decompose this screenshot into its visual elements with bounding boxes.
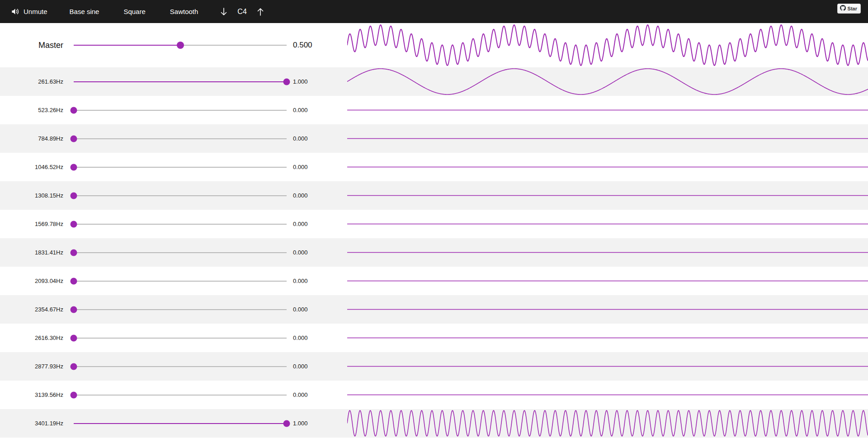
harmonic-row: 1569.78Hz0.000 xyxy=(0,210,868,238)
harmonic-row: 2877.93Hz0.000 xyxy=(0,352,868,381)
harmonic-frequency-label: 1046.52Hz xyxy=(0,164,63,170)
master-gain-value: 0.500 xyxy=(293,41,338,50)
harmonic-frequency-label: 3139.56Hz xyxy=(0,391,63,398)
arrow-up-icon xyxy=(257,7,264,16)
slider-thumb[interactable] xyxy=(71,192,77,199)
harmonic-gain-slider[interactable] xyxy=(74,107,287,114)
harmonic-frequency-label: 2093.04Hz xyxy=(0,278,63,284)
harmonic-waveform xyxy=(347,124,868,153)
arrow-down-icon xyxy=(220,7,227,16)
harmonic-gain-value: 0.000 xyxy=(293,363,338,370)
slider-track xyxy=(74,224,287,225)
slider-track xyxy=(74,309,287,310)
harmonic-gain-slider[interactable] xyxy=(74,192,287,199)
sawtooth-button[interactable]: Sawtooth xyxy=(169,5,199,18)
harmonic-row: 261.63Hz1.000 xyxy=(0,67,868,96)
slider-thumb[interactable] xyxy=(177,42,184,49)
mute-button[interactable]: Unmute xyxy=(10,5,48,19)
harmonic-gain-value: 0.000 xyxy=(293,391,338,398)
master-waveform xyxy=(347,23,868,67)
harmonic-waveform xyxy=(347,267,868,295)
harmonic-gain-slider[interactable] xyxy=(74,306,287,313)
harmonic-row: 784.89Hz0.000 xyxy=(0,124,868,153)
harmonic-frequency-label: 2354.67Hz xyxy=(0,306,63,313)
harmonic-frequency-label: 784.89Hz xyxy=(0,135,63,142)
harmonic-frequency-label: 2616.30Hz xyxy=(0,334,63,341)
octave-up-button[interactable] xyxy=(256,5,265,19)
slider-thumb[interactable] xyxy=(71,278,77,284)
harmonic-gain-value: 0.000 xyxy=(293,107,338,113)
harmonic-gain-slider[interactable] xyxy=(74,135,287,142)
slider-thumb[interactable] xyxy=(71,306,77,313)
harmonic-frequency-label: 3401.19Hz xyxy=(0,420,63,427)
harmonic-waveform xyxy=(347,181,868,210)
slider-thumb[interactable] xyxy=(71,221,77,227)
slider-track xyxy=(74,110,287,111)
harmonic-gain-slider[interactable] xyxy=(74,334,287,342)
slider-fill xyxy=(74,423,287,424)
slider-thumb[interactable] xyxy=(71,164,77,170)
harmonic-row: 1046.52Hz0.000 xyxy=(0,153,868,181)
slider-thumb[interactable] xyxy=(283,420,290,427)
harmonic-waveform xyxy=(347,210,868,238)
master-row: Master 0.500 xyxy=(0,23,868,67)
harmonic-row: 2616.30Hz0.000 xyxy=(0,324,868,352)
toolbar: Unmute Base sine Square Sawtooth C4 Star xyxy=(0,0,868,23)
github-star-label: Star xyxy=(848,5,857,12)
harmonic-gain-slider[interactable] xyxy=(74,420,287,427)
harmonic-gain-value: 0.000 xyxy=(293,278,338,284)
harmonic-waveform xyxy=(347,352,868,381)
harmonic-gain-value: 1.000 xyxy=(293,78,338,85)
slider-thumb[interactable] xyxy=(71,135,77,142)
slider-thumb[interactable] xyxy=(71,107,77,113)
harmonic-waveform xyxy=(347,238,868,267)
slider-track xyxy=(74,252,287,253)
slider-thumb[interactable] xyxy=(71,334,77,341)
slider-track xyxy=(74,281,287,282)
harmonic-row: 2354.67Hz0.000 xyxy=(0,295,868,324)
harmonic-waveform xyxy=(347,295,868,324)
slider-thumb[interactable] xyxy=(71,391,77,398)
synth-panel: Master 0.500 261.63Hz1.000523.26Hz0.0007… xyxy=(0,23,868,438)
slider-thumb[interactable] xyxy=(71,249,77,256)
harmonic-waveform xyxy=(347,153,868,181)
speaker-icon xyxy=(11,7,19,16)
slider-track xyxy=(74,366,287,367)
harmonic-frequency-label: 1831.41Hz xyxy=(0,249,63,256)
slider-fill xyxy=(74,81,287,82)
slider-thumb[interactable] xyxy=(71,363,77,370)
octave-down-button[interactable] xyxy=(219,5,228,19)
master-label: Master xyxy=(0,41,63,50)
harmonic-frequency-label: 1569.78Hz xyxy=(0,221,63,227)
harmonic-waveform xyxy=(347,96,868,124)
mute-label: Unmute xyxy=(24,8,47,15)
harmonic-row: 523.26Hz0.000 xyxy=(0,96,868,124)
harmonic-frequency-label: 523.26Hz xyxy=(0,107,63,113)
harmonic-gain-slider[interactable] xyxy=(74,391,287,399)
harmonic-gain-slider[interactable] xyxy=(74,78,287,85)
harmonic-gain-value: 0.000 xyxy=(293,334,338,341)
harmonic-gain-slider[interactable] xyxy=(74,221,287,228)
harmonic-row: 1831.41Hz0.000 xyxy=(0,238,868,267)
slider-track xyxy=(74,167,287,168)
harmonic-row: 3401.19Hz1.000 xyxy=(0,409,868,438)
slider-track xyxy=(74,138,287,139)
slider-fill xyxy=(74,45,180,46)
slider-track xyxy=(74,195,287,196)
master-gain-slider[interactable] xyxy=(74,42,287,49)
harmonic-gain-slider[interactable] xyxy=(74,249,287,256)
harmonic-gain-value: 1.000 xyxy=(293,420,338,427)
harmonic-gain-slider[interactable] xyxy=(74,164,287,171)
harmonic-waveform xyxy=(347,409,868,438)
harmonic-gain-slider[interactable] xyxy=(74,278,287,285)
github-star-button[interactable]: Star xyxy=(837,4,861,14)
square-button[interactable]: Square xyxy=(123,5,146,18)
harmonic-waveform xyxy=(347,324,868,352)
slider-thumb[interactable] xyxy=(283,78,290,85)
harmonic-row: 2093.04Hz0.000 xyxy=(0,267,868,295)
harmonic-gain-slider[interactable] xyxy=(74,363,287,370)
harmonic-waveform xyxy=(347,381,868,409)
harmonic-frequency-label: 261.63Hz xyxy=(0,78,63,85)
harmonic-gain-value: 0.000 xyxy=(293,306,338,313)
base-sine-button[interactable]: Base sine xyxy=(69,5,100,18)
